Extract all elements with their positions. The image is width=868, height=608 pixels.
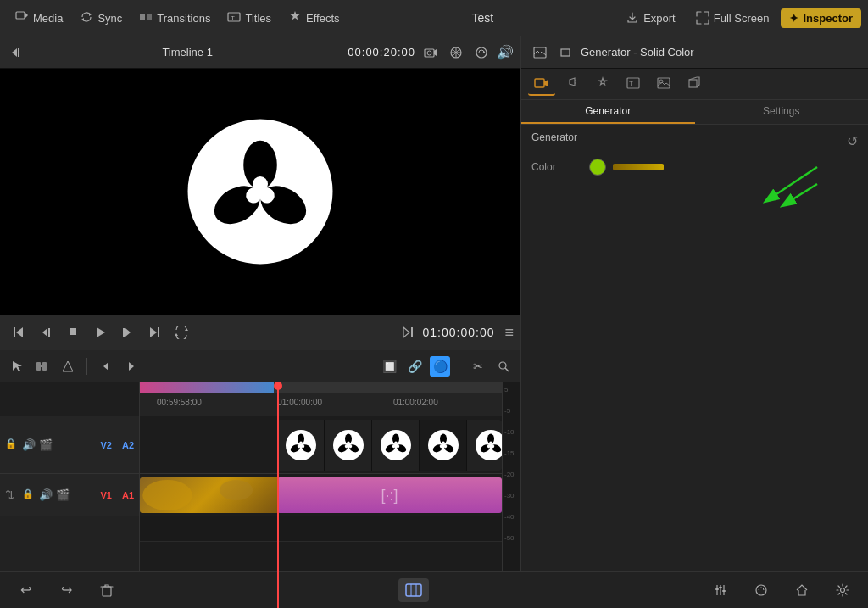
sync-label: Sync xyxy=(97,12,122,25)
media-label: Media xyxy=(33,12,63,25)
timeline-ruler: 00:59:58:00 01:00:00:00 01:00:02:00 xyxy=(140,393,502,416)
timeline-progress xyxy=(140,382,502,393)
svg-rect-120 xyxy=(719,587,722,588)
undo-button[interactable]: ↩ xyxy=(14,578,37,602)
ruler-label-1: 00:59:58:00 xyxy=(157,398,202,407)
playhead-indicator xyxy=(277,393,279,416)
clip-v1-right[interactable]: [·:] xyxy=(277,477,502,513)
svg-rect-111 xyxy=(689,80,697,87)
svg-marker-2 xyxy=(89,13,92,16)
davinci-logo xyxy=(184,115,337,268)
bottom-bar: ↩ ↪ xyxy=(0,571,868,608)
inspector-tab-video[interactable] xyxy=(528,72,555,96)
fullscreen-button[interactable]: Full Screen xyxy=(687,8,778,28)
export-button[interactable]: Export xyxy=(617,8,684,28)
color-swatch[interactable] xyxy=(589,159,606,176)
step-forward-button[interactable] xyxy=(115,321,139,344)
svg-rect-113 xyxy=(406,584,421,596)
color-bar[interactable] xyxy=(613,164,664,170)
inspector-tab-image[interactable] xyxy=(650,72,677,96)
effects-page-button[interactable] xyxy=(749,578,773,602)
skip-to-end-button[interactable] xyxy=(142,321,166,344)
inspector-tab-3d[interactable] xyxy=(681,72,708,96)
preview-canvas xyxy=(0,69,520,315)
timeline-label: Timeline 1 xyxy=(32,46,342,59)
titles-menu[interactable]: T Titles xyxy=(219,7,280,30)
delete-button[interactable] xyxy=(95,578,119,602)
inspector-tab-text[interactable]: T xyxy=(620,72,647,96)
skip-to-start-button[interactable] xyxy=(7,321,31,344)
loop-icon[interactable] xyxy=(471,42,492,63)
image-icon[interactable] xyxy=(530,42,550,63)
svg-rect-39 xyxy=(42,362,47,371)
inspector-tab-effects[interactable] xyxy=(589,72,616,96)
clip-thumb-4 xyxy=(420,420,467,471)
volume-icon[interactable]: 🔊 xyxy=(497,44,514,60)
reset-button[interactable]: ↺ xyxy=(847,133,858,149)
inspector-button[interactable]: ✦ Inspector xyxy=(781,8,861,28)
media-icon xyxy=(15,10,29,26)
timeline-toolbar: 🔲 🔗 🔵 ✂ xyxy=(0,350,520,382)
flag-tool[interactable]: 🔵 xyxy=(430,356,450,377)
svg-text:T: T xyxy=(629,80,633,87)
transitions-menu[interactable]: Transitions xyxy=(131,7,219,30)
mixer-button[interactable] xyxy=(709,578,732,602)
inspector-title: Generator - Solid Color xyxy=(581,46,694,59)
snap-tool[interactable]: 🔲 xyxy=(379,356,399,377)
clip-v1-left[interactable] xyxy=(140,477,277,513)
nav-prev-button[interactable] xyxy=(96,356,116,377)
clip-thumb-2 xyxy=(325,420,372,471)
svg-marker-28 xyxy=(97,327,105,337)
track-v1-audio[interactable]: 🔊 xyxy=(39,488,53,502)
select-tool[interactable] xyxy=(7,356,27,377)
sync-menu[interactable]: Sync xyxy=(71,7,131,30)
loop-playback-button[interactable] xyxy=(170,321,193,344)
edit-page-button[interactable] xyxy=(398,578,429,602)
svg-marker-33 xyxy=(185,328,188,331)
control-timecode: 01:00:00:00 xyxy=(423,326,495,339)
svg-marker-37 xyxy=(13,361,22,371)
trim-tool[interactable] xyxy=(32,356,53,377)
link-tool[interactable]: 🔗 xyxy=(404,356,425,377)
inspector-tab-audio[interactable] xyxy=(559,72,586,96)
track-v1-video[interactable]: 🎬 xyxy=(56,488,70,502)
svg-point-123 xyxy=(841,588,845,592)
svg-point-122 xyxy=(756,585,766,595)
track-v2-video[interactable]: 🎬 xyxy=(39,438,53,452)
zoom-tool[interactable] xyxy=(493,356,514,377)
titles-icon: T xyxy=(227,10,241,26)
track-v2-lock[interactable]: 🔓 xyxy=(5,438,19,452)
settings-subtab[interactable]: Settings xyxy=(695,100,869,124)
skip-back-icon[interactable] xyxy=(7,42,27,63)
transform-icon[interactable] xyxy=(446,42,466,63)
effects-menu[interactable]: Effects xyxy=(280,7,348,30)
clip-thumb-5 xyxy=(467,420,502,471)
home-button[interactable] xyxy=(790,578,814,602)
svg-rect-27 xyxy=(70,328,76,335)
redo-button[interactable]: ↪ xyxy=(54,578,78,602)
track-a2-label: A2 xyxy=(122,440,134,450)
svg-rect-119 xyxy=(715,588,719,590)
inspector-header: Generator - Solid Color xyxy=(521,36,868,69)
blade-tool[interactable] xyxy=(58,356,78,377)
generator-subtab[interactable]: Generator xyxy=(521,100,695,124)
scissors-tool[interactable]: ✂ xyxy=(468,356,488,377)
track-v2-audio[interactable]: 🔊 xyxy=(22,438,36,452)
media-menu[interactable]: Media xyxy=(7,7,71,30)
mark-in-button[interactable] xyxy=(396,321,420,344)
clip-v1-icon: [·:] xyxy=(381,487,398,505)
track-v1-adjust[interactable]: ⇅ xyxy=(5,488,19,502)
track-v1-lock[interactable]: 🔒 xyxy=(22,488,36,502)
clip-v2[interactable] xyxy=(277,420,502,471)
settings-button[interactable] xyxy=(831,578,854,602)
timeline-menu-button[interactable]: ≡ xyxy=(504,324,514,342)
svg-rect-38 xyxy=(36,362,41,371)
play-button[interactable] xyxy=(88,321,112,344)
preview-toolbar: Timeline 1 00:00:20:00 🔊 xyxy=(0,36,520,69)
step-back-button[interactable] xyxy=(34,321,58,344)
camera-icon[interactable] xyxy=(420,42,441,63)
clip-thumb-3 xyxy=(372,420,420,471)
nav-next-button[interactable] xyxy=(121,356,142,377)
stop-button[interactable] xyxy=(61,321,85,344)
crop-icon[interactable] xyxy=(555,42,576,63)
